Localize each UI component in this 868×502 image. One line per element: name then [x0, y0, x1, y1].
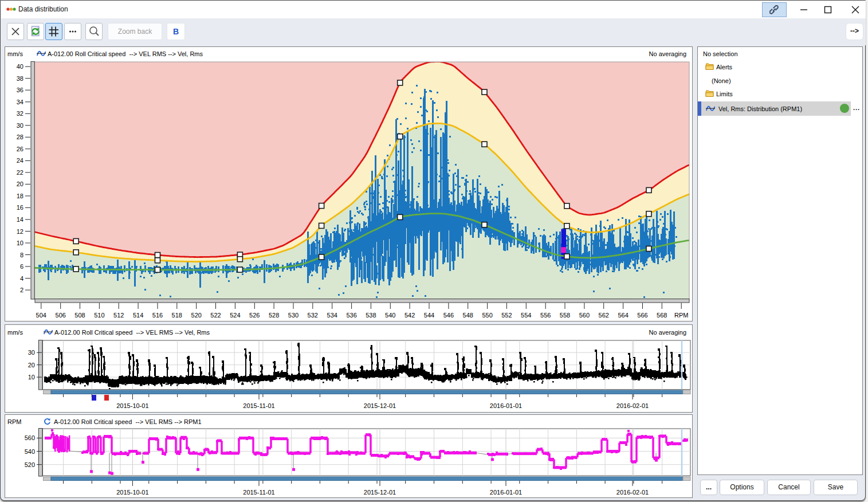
- svg-text:2016-01-01: 2016-01-01: [490, 489, 522, 496]
- svg-text:14: 14: [17, 216, 23, 223]
- svg-text:530: 530: [288, 312, 299, 319]
- svg-text:528: 528: [269, 312, 279, 319]
- svg-text:2016-02-01: 2016-02-01: [616, 402, 649, 409]
- svg-text:504: 504: [36, 312, 46, 319]
- svg-text:RPM: RPM: [674, 312, 688, 319]
- svg-text:508: 508: [74, 312, 85, 319]
- svg-text:524: 524: [230, 312, 240, 319]
- svg-text:520: 520: [25, 461, 35, 468]
- svg-text:554: 554: [521, 312, 531, 319]
- svg-text:10: 10: [17, 240, 23, 246]
- svg-text:24: 24: [17, 157, 23, 164]
- svg-text:18: 18: [17, 193, 23, 199]
- svg-text:510: 510: [94, 312, 104, 319]
- svg-text:2: 2: [20, 287, 23, 293]
- svg-text:4: 4: [20, 275, 23, 282]
- svg-text:2015-10-01: 2015-10-01: [116, 402, 148, 409]
- svg-text:10: 10: [28, 374, 35, 381]
- svg-text:20: 20: [17, 181, 23, 187]
- svg-text:522: 522: [210, 312, 221, 319]
- svg-text:538: 538: [366, 312, 376, 319]
- svg-text:514: 514: [133, 312, 143, 319]
- svg-text:558: 558: [560, 312, 570, 319]
- svg-text:8: 8: [20, 252, 23, 258]
- svg-text:568: 568: [657, 312, 667, 319]
- svg-text:512: 512: [113, 312, 124, 319]
- svg-text:12: 12: [17, 228, 23, 235]
- svg-text:2016-01-01: 2016-01-01: [490, 402, 522, 409]
- svg-text:566: 566: [637, 312, 647, 319]
- svg-text:540: 540: [385, 312, 395, 319]
- svg-text:6: 6: [20, 263, 23, 270]
- svg-text:540: 540: [25, 448, 35, 455]
- svg-text:518: 518: [172, 312, 182, 319]
- svg-text:520: 520: [191, 312, 202, 319]
- svg-text:548: 548: [463, 312, 473, 319]
- svg-text:564: 564: [618, 312, 628, 319]
- svg-text:38: 38: [17, 75, 23, 82]
- svg-text:30: 30: [28, 349, 35, 356]
- svg-text:526: 526: [249, 312, 260, 319]
- svg-text:2015-10-01: 2015-10-01: [116, 489, 148, 496]
- svg-text:550: 550: [482, 312, 492, 319]
- svg-text:536: 536: [346, 312, 356, 319]
- svg-text:534: 534: [327, 312, 337, 319]
- svg-text:562: 562: [599, 312, 609, 319]
- svg-text:40: 40: [17, 63, 23, 70]
- svg-text:30: 30: [17, 122, 23, 129]
- svg-text:542: 542: [404, 312, 415, 319]
- svg-text:506: 506: [56, 312, 66, 319]
- svg-text:2015-12-01: 2015-12-01: [364, 402, 396, 409]
- svg-text:556: 556: [540, 312, 551, 319]
- svg-text:2016-02-01: 2016-02-01: [616, 489, 649, 496]
- svg-text:516: 516: [152, 312, 163, 319]
- svg-text:552: 552: [501, 312, 512, 319]
- svg-text:544: 544: [424, 312, 434, 319]
- svg-text:560: 560: [579, 312, 590, 319]
- svg-text:32: 32: [17, 110, 23, 117]
- svg-text:26: 26: [17, 146, 23, 152]
- svg-text:22: 22: [17, 169, 23, 176]
- svg-text:2015-11-01: 2015-11-01: [243, 402, 274, 409]
- svg-text:16: 16: [17, 204, 23, 211]
- svg-text:2015-11-01: 2015-11-01: [243, 489, 274, 496]
- svg-text:34: 34: [17, 99, 23, 105]
- svg-text:20: 20: [28, 362, 35, 368]
- svg-text:560: 560: [25, 434, 35, 441]
- svg-text:532: 532: [308, 312, 318, 319]
- svg-text:36: 36: [17, 87, 23, 93]
- svg-text:28: 28: [17, 134, 23, 140]
- svg-text:546: 546: [443, 312, 454, 319]
- svg-text:2015-12-01: 2015-12-01: [364, 489, 396, 496]
